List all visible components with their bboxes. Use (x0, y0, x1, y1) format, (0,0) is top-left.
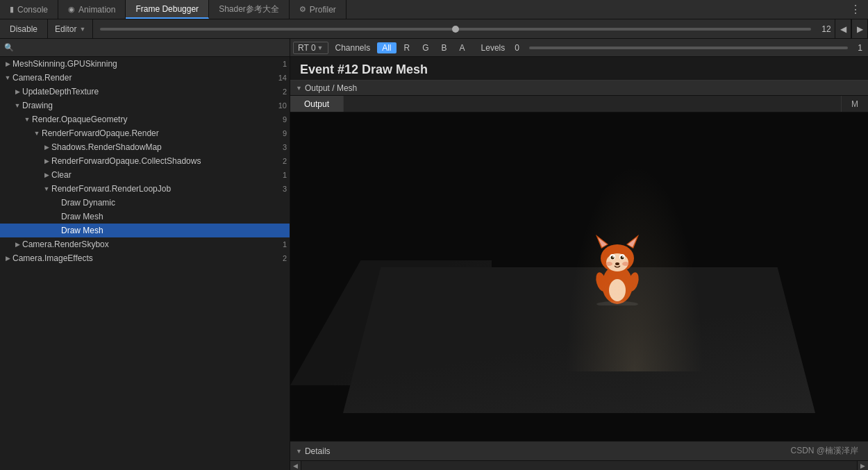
dropdown-arrow-icon: ▼ (79, 26, 85, 33)
svg-point-13 (622, 256, 624, 258)
tree-expand-icon[interactable]: ▼ (32, 130, 42, 137)
svg-point-11 (621, 256, 624, 260)
tree-item-count: 3 (273, 185, 287, 193)
tree-expand-icon[interactable]: ▶ (12, 241, 22, 248)
tree-expand-icon[interactable]: ▼ (22, 116, 32, 123)
output-tabs: Output M (290, 96, 868, 112)
tree-item-count: 10 (273, 101, 287, 110)
tree-item[interactable]: ▼RenderForwardOpaque.Render9 (0, 126, 290, 140)
tree-item-count: 9 (273, 129, 287, 137)
tree-item[interactable]: ▶UpdateDepthTexture2 (0, 85, 290, 99)
tab-profiler[interactable]: ⚙ Profiler (290, 0, 347, 19)
main-layout: ▶MeshSkinning.GPUSkinning1▼Camera.Render… (0, 57, 868, 470)
tree-item-count: 2 (273, 87, 287, 96)
output-tab-output[interactable]: Output (290, 96, 344, 112)
tree-item[interactable]: ▶MeshSkinning.GPUSkinning1 (0, 57, 290, 71)
search-icon: 🔍 (4, 43, 14, 52)
arrow-left-icon: ◀ (840, 24, 846, 34)
scroll-left-button[interactable]: ◀ (290, 461, 301, 470)
tree-item[interactable]: ▼RenderForward.RenderLoopJob3 (0, 182, 290, 196)
tab-animation[interactable]: ◉ Animation (58, 0, 126, 19)
tree-item-label: RenderForwardOpaque.CollectShadows (51, 156, 273, 166)
svg-point-15 (606, 262, 612, 266)
levels-min: 0 (512, 43, 522, 53)
tree-area: ▶MeshSkinning.GPUSkinning1▼Camera.Render… (0, 57, 290, 470)
tree-item[interactable]: ▼Camera.Render14 (0, 71, 290, 85)
tab-shader[interactable]: Shader参考大全 (209, 0, 290, 19)
tree-item[interactable]: ▼Render.OpaqueGeometry9 (0, 112, 290, 126)
tab-frame-debugger[interactable]: Frame Debugger (126, 0, 209, 19)
frame-slider[interactable] (100, 28, 811, 31)
toolbar: Disable Editor ▼ 12 ◀ ▶ (0, 19, 868, 39)
tree-expand-icon[interactable]: ▶ (3, 255, 12, 262)
rt-select[interactable]: RT 0 ▼ (293, 42, 328, 54)
tree-expand-icon[interactable]: ▶ (42, 144, 51, 151)
tree-item[interactable]: Draw Mesh (0, 224, 290, 237)
svg-point-19 (596, 301, 638, 305)
scroll-right-button[interactable]: ▶ (857, 461, 868, 470)
scene-floor-main (343, 267, 815, 413)
svg-point-12 (612, 256, 614, 258)
tree-item[interactable]: Draw Mesh (0, 210, 290, 224)
tabs-menu-icon[interactable]: ⋮ (843, 3, 868, 16)
tree-item-label: Camera.RenderSkybox (22, 240, 273, 249)
animation-icon: ◉ (68, 5, 75, 14)
channel-b-button[interactable]: B (437, 42, 452, 53)
levels-label: Levels (473, 43, 510, 53)
bottom-scrollbar[interactable]: ◀ ▶ (290, 460, 868, 470)
output-tab-output-label: Output (304, 99, 329, 109)
channel-r-button[interactable]: R (399, 42, 415, 53)
tree-expand-icon[interactable]: ▶ (42, 171, 51, 178)
tree-item-count: 2 (273, 254, 287, 262)
tree-item-label: Clear (51, 170, 273, 180)
details-arrow-icon: ▼ (296, 448, 302, 455)
profiler-icon: ⚙ (299, 5, 306, 14)
tree-item[interactable]: ▶RenderForwardOpaque.CollectShadows2 (0, 154, 290, 168)
arrow-right-button[interactable]: ▶ (851, 19, 868, 38)
search-input[interactable] (17, 43, 285, 53)
disable-button[interactable]: Disable (0, 19, 48, 38)
tree-item-count: 1 (273, 60, 287, 68)
tree-item[interactable]: ▶Camera.ImageEffects2 (0, 251, 290, 265)
tree-expand-icon[interactable]: ▶ (42, 158, 51, 165)
editor-dropdown[interactable]: Editor ▼ (48, 19, 93, 38)
tree-item-label: Render.OpaqueGeometry (32, 115, 273, 124)
tree-item-label: RenderForwardOpaque.Render (42, 128, 273, 138)
tree-expand-icon[interactable]: ▶ (3, 60, 12, 67)
scroll-track[interactable] (301, 461, 857, 470)
output-tab-m[interactable]: M (842, 96, 868, 112)
tree-item-count: 1 (273, 171, 287, 179)
tree-item-label: Draw Dynamic (61, 198, 287, 208)
tree-item-count: 3 (273, 143, 287, 151)
channel-all-button[interactable]: All (377, 42, 396, 53)
output-tab-placeholder (344, 96, 842, 112)
tree-expand-icon[interactable]: ▶ (12, 88, 22, 95)
tab-console[interactable]: ▮ Console (0, 0, 58, 19)
tree-item[interactable]: Draw Dynamic (0, 196, 290, 210)
tree-expand-icon[interactable]: ▼ (42, 185, 51, 192)
slider-thumb (452, 26, 459, 33)
channels-label: Channels (331, 43, 375, 53)
right-panel: Event #12 Draw Mesh ▼ Output / Mesh Outp… (290, 57, 868, 470)
channel-g-button[interactable]: G (417, 42, 433, 53)
tree-item-label: Drawing (22, 101, 273, 110)
tab-console-label: Console (17, 5, 48, 15)
channel-a-button[interactable]: A (455, 42, 470, 53)
tree-expand-icon[interactable]: ▼ (3, 74, 12, 81)
tree-item-label: Shadows.RenderShadowMap (51, 142, 273, 152)
arrow-left-button[interactable]: ◀ (835, 19, 851, 38)
preview-area (290, 112, 868, 441)
tree-expand-icon[interactable]: ▼ (12, 102, 22, 109)
disable-label: Disable (10, 24, 37, 34)
tree-item[interactable]: ▶Clear1 (0, 168, 290, 182)
tree-item[interactable]: ▶Camera.RenderSkybox1 (0, 237, 290, 251)
tree-item-label: Draw Mesh (61, 212, 287, 221)
output-tab-m-label: M (851, 99, 858, 109)
tab-profiler-label: Profiler (310, 5, 336, 15)
tree-item[interactable]: ▼Drawing10 (0, 99, 290, 112)
tree-item-count: 14 (273, 74, 287, 82)
frame-number: 12 (818, 24, 835, 34)
details-label: Details (305, 446, 331, 456)
tree-item[interactable]: ▶Shadows.RenderShadowMap3 (0, 140, 290, 154)
levels-slider[interactable] (529, 47, 848, 49)
